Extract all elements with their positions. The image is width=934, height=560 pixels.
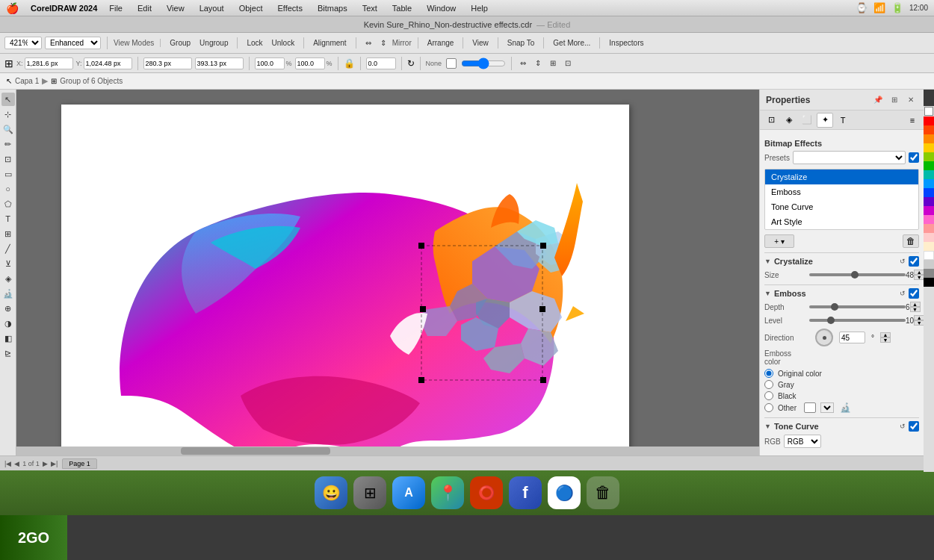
palette-purple[interactable] <box>924 197 934 206</box>
size-down[interactable]: ▼ <box>914 275 924 280</box>
width-input[interactable] <box>143 57 192 69</box>
select-tool[interactable]: ↖ <box>1 93 15 106</box>
emboss-level-slider[interactable] <box>809 319 906 322</box>
y-input[interactable] <box>84 57 132 69</box>
palette-no-fill[interactable] <box>924 107 933 116</box>
height-input[interactable] <box>195 57 244 69</box>
palette-teal[interactable] <box>924 170 934 179</box>
palette-gray[interactable] <box>924 269 934 278</box>
depth-down[interactable]: ▼ <box>910 307 921 312</box>
polygon-tool[interactable]: ⬠ <box>1 197 15 211</box>
scale-w-input[interactable] <box>255 57 285 69</box>
canvas-area[interactable] <box>16 90 759 455</box>
ungroup-button[interactable]: Ungroup <box>197 37 231 49</box>
emboss-depth-slider[interactable] <box>809 305 906 308</box>
menu-file[interactable]: File <box>106 4 126 13</box>
menu-text[interactable]: Text <box>359 4 380 13</box>
fill-tool[interactable]: ◈ <box>1 272 15 285</box>
inspectors-button[interactable]: Inspectors <box>606 37 646 49</box>
crystalize-collapse[interactable]: ▼ <box>764 258 771 265</box>
flip-h-btn[interactable]: ⇔ <box>517 57 529 69</box>
menu-help[interactable]: Help <box>468 4 491 13</box>
emboss-reset[interactable]: ↺ <box>900 290 906 297</box>
menu-table[interactable]: Table <box>389 4 415 13</box>
palette-pink[interactable] <box>924 215 934 224</box>
eyedropper-tool[interactable]: 🔬 <box>1 287 15 300</box>
blend-tool[interactable]: ⊕ <box>1 302 15 315</box>
dock-corel[interactable]: ⭕ <box>470 476 503 509</box>
crop-tool[interactable]: ⊡ <box>1 152 15 166</box>
fill-slider[interactable] <box>461 58 506 69</box>
zoom-tool[interactable]: 🔍 <box>1 122 15 136</box>
connector-tool[interactable]: ⊵ <box>1 346 15 360</box>
effect-art-style[interactable]: Art Style <box>765 214 918 229</box>
flip-v-btn[interactable]: ⇕ <box>532 57 544 69</box>
menu-effects[interactable]: Effects <box>274 4 305 13</box>
color-black-radio[interactable] <box>764 391 773 400</box>
palette-black[interactable] <box>924 278 934 287</box>
transform-btn[interactable]: ⊞ <box>547 57 559 69</box>
color-original-radio[interactable] <box>764 369 773 378</box>
freehand-tool[interactable]: ✏ <box>1 137 15 151</box>
menu-object[interactable]: Object <box>236 4 266 13</box>
effect-crystalize[interactable]: Crystalize <box>765 169 918 184</box>
table-tool[interactable]: ⊞ <box>1 227 15 240</box>
tab-object[interactable]: ⊡ <box>763 113 779 128</box>
rectangle-tool[interactable]: ▭ <box>1 167 15 181</box>
rotation-input[interactable] <box>366 57 396 69</box>
first-page-btn[interactable]: |◀ <box>4 460 11 467</box>
tab-stroke[interactable]: ⬜ <box>799 113 815 128</box>
dir-down[interactable]: ▼ <box>880 337 891 343</box>
dock-launchpad[interactable]: ⊞ <box>353 476 386 509</box>
remove-effect-button[interactable]: 🗑 <box>903 234 919 248</box>
dock-f-app[interactable]: f <box>509 476 542 509</box>
palette-pale-pink[interactable] <box>924 233 934 242</box>
fill-swatch[interactable] <box>446 58 457 69</box>
emboss-collapse[interactable]: ▼ <box>764 290 771 297</box>
dock-appstore[interactable]: A <box>392 476 425 509</box>
color-other-radio[interactable] <box>764 403 773 412</box>
emboss-toggle[interactable] <box>909 288 919 299</box>
palette-white[interactable] <box>924 251 934 260</box>
tone-toggle[interactable] <box>909 421 919 432</box>
last-page-btn[interactable]: ▶| <box>51 460 58 467</box>
palette-peach[interactable] <box>924 242 934 251</box>
tab-more[interactable]: ≡ <box>904 113 921 128</box>
palette-dark-blue[interactable] <box>924 188 934 197</box>
line-tool[interactable]: ╱ <box>1 242 15 255</box>
tab-char[interactable]: T <box>835 113 851 128</box>
depth-up[interactable]: ▲ <box>910 302 921 307</box>
palette-yellow[interactable] <box>924 143 934 152</box>
palette-blue[interactable] <box>924 179 934 188</box>
color-gray-radio[interactable] <box>764 380 773 389</box>
scale-h-input[interactable] <box>295 57 325 69</box>
level-down[interactable]: ▼ <box>914 320 924 326</box>
dock-maps[interactable]: 📍 <box>431 476 464 509</box>
palette-green[interactable] <box>924 161 934 170</box>
view-button[interactable]: View <box>469 37 492 49</box>
panel-pin-button[interactable]: 📌 <box>871 93 885 107</box>
menu-edit[interactable]: Edit <box>134 4 155 13</box>
scroll-thumb[interactable] <box>181 447 330 455</box>
direction-wheel[interactable] <box>815 329 833 346</box>
panel-close-button[interactable]: ✕ <box>904 93 918 107</box>
x-input[interactable] <box>25 57 73 69</box>
other-color-select[interactable]: ▾ <box>820 402 834 413</box>
page-tab[interactable]: Page 1 <box>62 458 97 469</box>
crystalize-toggle[interactable] <box>909 256 919 267</box>
palette-orange-red[interactable] <box>924 125 934 134</box>
effect-tone-curve[interactable]: Tone Curve <box>765 199 918 214</box>
text-tool[interactable]: T <box>1 212 15 225</box>
mirror-h-button[interactable]: ⇔ <box>362 37 374 49</box>
dock-finder[interactable]: 😀 <box>315 476 347 509</box>
clear-btn[interactable]: ⊡ <box>562 57 574 69</box>
effect-emboss[interactable]: Emboss <box>765 184 918 199</box>
size-up[interactable]: ▲ <box>914 270 924 275</box>
palette-yellow-green[interactable] <box>924 152 934 161</box>
tone-reset[interactable]: ↺ <box>900 423 906 430</box>
presets-select[interactable] <box>793 151 906 164</box>
prev-page-btn[interactable]: ◀ <box>14 460 19 467</box>
next-page-btn[interactable]: ▶ <box>43 460 48 467</box>
direction-input[interactable] <box>839 332 865 343</box>
menu-bitmaps[interactable]: Bitmaps <box>315 4 350 13</box>
